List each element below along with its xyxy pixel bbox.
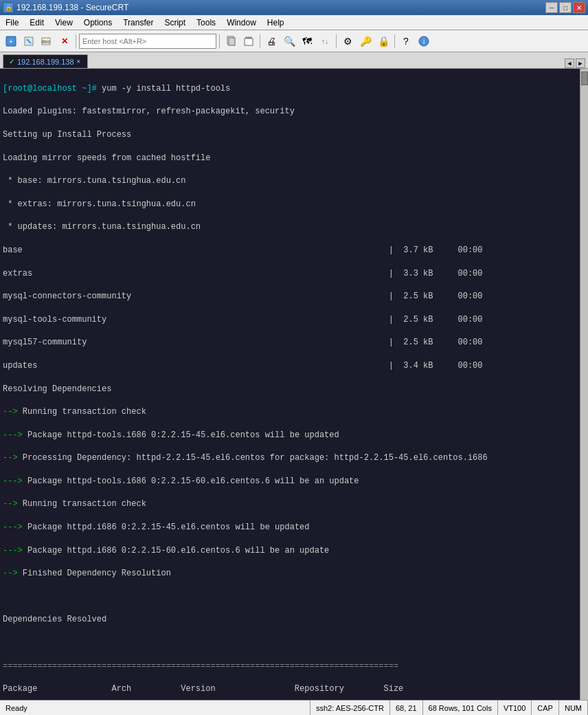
toolbar-sftp[interactable]: ↑↓ bbox=[317, 33, 333, 50]
terminal-line-7: * updates: mirrors.tuna.tsinghua.edu.cn bbox=[3, 221, 577, 233]
terminal-line-14: Resolving Dependencies bbox=[3, 384, 577, 395]
menu-window[interactable]: Window bbox=[221, 15, 262, 30]
toolbar: + doc ✕ 🖨 🔍 🗺 ↑↓ ⚙ 🔑 🔒 ? i bbox=[0, 30, 588, 52]
terminal-line-26: ========================================… bbox=[3, 661, 577, 672]
svg-text:i: i bbox=[423, 38, 425, 45]
terminal-line-4: Loading mirror speeds from cached hostfi… bbox=[3, 153, 577, 164]
toolbar-separator-5 bbox=[394, 34, 395, 48]
tab-bar: ✓ 192.168.199.138 × ◀ ▶ bbox=[0, 52, 588, 69]
toolbar-separator-3 bbox=[260, 34, 260, 48]
menu-script[interactable]: Script bbox=[159, 15, 191, 30]
menu-tools[interactable]: Tools bbox=[191, 15, 221, 30]
tab-label: 192.168.199.138 bbox=[17, 58, 74, 66]
status-num-text: NUM bbox=[565, 704, 582, 712]
svg-text:+: + bbox=[9, 38, 13, 45]
menu-file[interactable]: File bbox=[0, 15, 24, 30]
tab-close-button[interactable]: × bbox=[77, 58, 81, 65]
toolbar-paste[interactable] bbox=[240, 33, 257, 50]
terminal-line-5: * base: mirrors.tuna.tsinghua.edu.cn bbox=[3, 175, 577, 187]
tab-session[interactable]: ✓ 192.168.199.138 × bbox=[3, 54, 88, 68]
toolbar-about[interactable]: i bbox=[416, 33, 432, 50]
svg-text:↑↓: ↑↓ bbox=[321, 38, 328, 45]
status-bar: Ready ssh2: AES-256-CTR 68, 21 68 Rows, … bbox=[0, 700, 588, 715]
toolbar-separator-1 bbox=[76, 34, 76, 48]
terminal[interactable]: [root@localhost ~]# yum -y install httpd… bbox=[0, 69, 580, 700]
status-ssh: ssh2: AES-256-CTR bbox=[310, 701, 390, 715]
menu-bar: File Edit View Options Transfer Script T… bbox=[0, 15, 588, 30]
host-input[interactable] bbox=[79, 34, 216, 49]
svg-rect-9 bbox=[245, 38, 253, 45]
toolbar-separator-4 bbox=[336, 34, 337, 48]
svg-text:doc: doc bbox=[42, 38, 51, 45]
status-ssh-text: ssh2: AES-256-CTR bbox=[316, 704, 384, 712]
status-terminal-type: VT100 bbox=[498, 701, 532, 715]
terminal-line-3: Setting up Install Process bbox=[3, 129, 577, 141]
terminal-line-22: --> Finished Dependency Resolution bbox=[3, 568, 577, 580]
status-dimensions-text: 68 Rows, 101 Cols bbox=[429, 704, 492, 712]
terminal-line-8: base | 3.7 kB 00:00 bbox=[3, 245, 577, 256]
svg-rect-7 bbox=[229, 38, 235, 45]
terminal-line-21: ---> Package httpd.i686 0:2.2.15-60.el6.… bbox=[3, 545, 577, 557]
terminal-line-15: --> Running transaction check bbox=[3, 406, 577, 418]
terminal-line-10: mysql-connectors-community | 2.5 kB 00:0… bbox=[3, 291, 577, 302]
toolbar-map[interactable]: 🗺 bbox=[299, 33, 315, 50]
toolbar-lock[interactable]: 🔒 bbox=[375, 33, 392, 50]
minimize-button[interactable]: ─ bbox=[545, 2, 558, 13]
status-terminal-text: VT100 bbox=[504, 704, 525, 712]
terminal-scrollbar[interactable] bbox=[580, 69, 588, 700]
toolbar-separator-2 bbox=[219, 34, 220, 48]
status-caps: CAP bbox=[532, 701, 559, 715]
maximize-button[interactable]: □ bbox=[559, 2, 572, 13]
toolbar-settings[interactable]: ⚙ bbox=[339, 33, 356, 50]
window-title: 192.168.199.138 - SecureCRT bbox=[16, 3, 128, 12]
status-position: 68, 21 bbox=[390, 701, 423, 715]
toolbar-copy[interactable] bbox=[223, 33, 239, 50]
terminal-line-6: * extras: mirrors.tuna.tsinghua.edu.cn bbox=[3, 199, 577, 210]
terminal-line-2: Loaded plugins: fastestmirror, refresh-p… bbox=[3, 106, 577, 118]
scrollbar-thumb[interactable] bbox=[581, 72, 588, 85]
tab-nav-right[interactable]: ▶ bbox=[576, 58, 585, 68]
terminal-line-16: ---> Package httpd-tools.i686 0:2.2.15-4… bbox=[3, 430, 577, 441]
terminal-line-13: updates | 3.4 kB 00:00 bbox=[3, 360, 577, 372]
app-icon: 🔒 bbox=[3, 2, 14, 13]
menu-transfer[interactable]: Transfer bbox=[117, 15, 159, 30]
toolbar-print[interactable]: 🖨 bbox=[263, 33, 280, 50]
terminal-line-27: Package Arch Version Repository Size bbox=[3, 683, 577, 695]
terminal-container: [root@localhost ~]# yum -y install httpd… bbox=[0, 69, 588, 700]
toolbar-help[interactable]: ? bbox=[398, 33, 414, 50]
status-caps-text: CAP bbox=[537, 704, 553, 712]
terminal-line-1: [root@localhost ~]# yum -y install httpd… bbox=[3, 83, 577, 95]
title-bar-buttons: ─ □ ✕ bbox=[545, 2, 585, 13]
terminal-line-12: mysql57-community | 2.5 kB 00:00 bbox=[3, 337, 577, 349]
status-ready-text: Ready bbox=[5, 704, 27, 712]
menu-options[interactable]: Options bbox=[78, 15, 117, 30]
status-dimensions: 68 Rows, 101 Cols bbox=[423, 701, 498, 715]
menu-edit[interactable]: Edit bbox=[24, 15, 49, 30]
toolbar-btn2[interactable] bbox=[21, 33, 37, 50]
title-bar: 🔒 192.168.199.138 - SecureCRT ─ □ ✕ bbox=[0, 0, 588, 15]
tab-nav: ◀ ▶ bbox=[565, 58, 588, 68]
terminal-line-9: extras | 3.3 kB 00:00 bbox=[3, 268, 577, 280]
close-button[interactable]: ✕ bbox=[573, 2, 585, 13]
terminal-line-18: ---> Package httpd-tools.i686 0:2.2.15-6… bbox=[3, 476, 577, 487]
terminal-line-19: --> Running transaction check bbox=[3, 498, 577, 510]
menu-help[interactable]: Help bbox=[262, 15, 290, 30]
terminal-line-25 bbox=[3, 637, 577, 649]
terminal-line-24: Dependencies Resolved bbox=[3, 614, 577, 626]
terminal-line-11: mysql-tools-community | 2.5 kB 00:00 bbox=[3, 314, 577, 326]
toolbar-btn3[interactable]: doc bbox=[38, 33, 55, 50]
menu-view[interactable]: View bbox=[49, 15, 78, 30]
status-num: NUM bbox=[559, 701, 588, 715]
toolbar-new-session[interactable]: + bbox=[3, 33, 19, 50]
terminal-line-23 bbox=[3, 591, 577, 603]
terminal-line-17: --> Processing Dependency: httpd-2.2.15-… bbox=[3, 452, 577, 464]
terminal-line-20: ---> Package httpd.i686 0:2.2.15-45.el6.… bbox=[3, 522, 577, 534]
title-bar-left: 🔒 192.168.199.138 - SecureCRT bbox=[3, 2, 128, 13]
tab-check-icon: ✓ bbox=[9, 58, 14, 65]
status-position-text: 68, 21 bbox=[396, 704, 417, 712]
tab-nav-left[interactable]: ◀ bbox=[565, 58, 574, 68]
toolbar-find[interactable]: 🔍 bbox=[281, 33, 297, 50]
toolbar-key[interactable]: 🔑 bbox=[357, 33, 374, 50]
status-ready: Ready bbox=[0, 701, 310, 715]
toolbar-btn4[interactable]: ✕ bbox=[56, 33, 73, 50]
